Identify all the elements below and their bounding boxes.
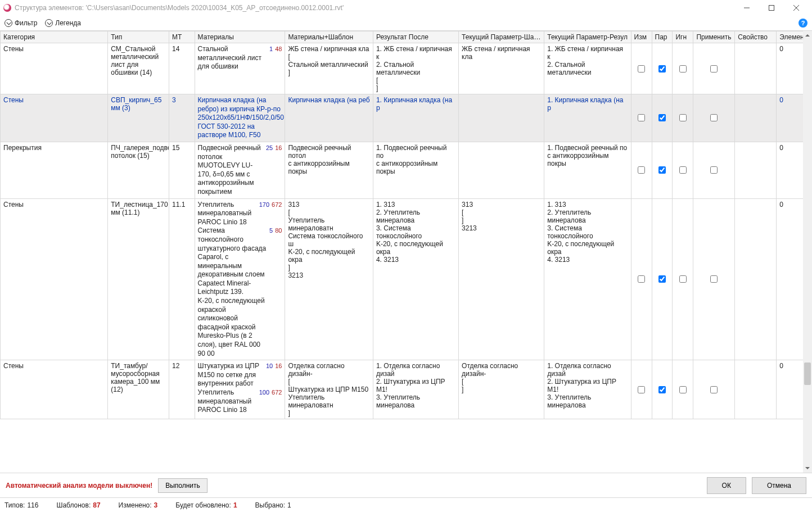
close-button[interactable]	[784, 0, 809, 16]
column-header[interactable]: Материалы+Шаблон	[285, 31, 373, 43]
mat-template-cell: Кирпичная кладка (на реб	[285, 94, 373, 142]
table-row[interactable]: СтеныСМ_Стальной металлический лист для …	[1, 43, 810, 94]
column-header[interactable]: Материалы	[195, 31, 285, 43]
ign-cell	[673, 198, 693, 360]
ign-checkbox[interactable]	[679, 166, 687, 174]
updated-value: 1	[233, 501, 237, 509]
par-checkbox[interactable]	[658, 386, 666, 393]
cur-template-cell: 313[]3213	[459, 198, 544, 360]
par-checkbox[interactable]	[658, 114, 666, 121]
mt-cell: 15	[169, 142, 195, 198]
column-header[interactable]: Свойство	[735, 31, 777, 43]
par-checkbox[interactable]	[658, 275, 666, 283]
izm-checkbox[interactable]	[638, 65, 645, 73]
column-header[interactable]: Категория	[1, 31, 108, 43]
ign-cell	[673, 142, 693, 198]
templates-value: 87	[93, 501, 100, 509]
category-cell: Перекрытия	[1, 142, 108, 198]
apply-cell	[693, 142, 735, 198]
cur-result-cell: 1. Кирпичная кладка (на р	[544, 94, 631, 142]
par-cell	[652, 360, 673, 419]
materials-cell: Кирпичная кладка (на ребро) из кирпича К…	[195, 94, 285, 142]
apply-checkbox[interactable]	[710, 65, 718, 73]
ok-button[interactable]: ОК	[707, 477, 746, 494]
izm-checkbox[interactable]	[638, 166, 645, 174]
izm-checkbox[interactable]	[638, 275, 645, 283]
cancel-button[interactable]: Отмена	[752, 477, 806, 494]
column-header[interactable]: Текущий Параметр-Шабл	[459, 31, 544, 43]
izm-cell	[631, 360, 652, 419]
minimize-button[interactable]	[734, 0, 759, 16]
apply-checkbox[interactable]	[710, 114, 718, 121]
materials-cell: Подвесной реечный потолок MUOTOLEVY LU-1…	[195, 142, 285, 198]
elements-table: КатегорияТипМТМатериалыМатериалы+ШаблонР…	[0, 31, 810, 419]
ign-cell	[673, 43, 693, 94]
ign-checkbox[interactable]	[679, 386, 687, 393]
execute-button[interactable]: Выполнить	[158, 478, 207, 493]
footer-bar: Автоматический анализ модели выключен! В…	[0, 473, 812, 497]
templates-label: Шаблонов:	[56, 501, 91, 509]
cur-result-cell: 1. ЖБ стена / кирпичная к2. Стальной мет…	[544, 43, 631, 94]
apply-checkbox[interactable]	[710, 275, 718, 283]
changed-label: Изменено:	[119, 501, 152, 509]
column-header[interactable]: Пар	[652, 31, 673, 43]
par-checkbox[interactable]	[658, 65, 666, 73]
result-after-cell: 1. Подвесной реечный пос антикоррозийным…	[373, 142, 458, 198]
status-bar: Типов: 116 Шаблонов: 87 Изменено: 3 Буде…	[0, 497, 812, 512]
ign-checkbox[interactable]	[679, 275, 687, 283]
column-header[interactable]: Тип	[108, 31, 169, 43]
table-row[interactable]: СтеныТИ_лестница_170 мм (11.1)11.1Утепли…	[1, 198, 810, 360]
scroll-thumb[interactable]	[804, 363, 811, 385]
titlebar: Структура элементов: 'C:\Users\asan\Docu…	[0, 0, 812, 16]
table-row[interactable]: ПерекрытияПЧ_галерея_подвесной потолок (…	[1, 142, 810, 198]
cur-template-cell: Отделка согласно дизайн-[]	[459, 360, 544, 419]
apply-cell	[693, 360, 735, 419]
filter-button[interactable]: Фильтр	[4, 19, 37, 27]
property-cell	[735, 198, 777, 360]
apply-cell	[693, 43, 735, 94]
apply-cell	[693, 198, 735, 360]
column-header[interactable]: Применить	[693, 31, 735, 43]
izm-checkbox[interactable]	[638, 386, 645, 393]
materials-cell: Стальной металлический лист для обшивки1…	[195, 43, 285, 94]
table-row[interactable]: СтеныТИ_тамбур/мусоросборная камера_100 …	[1, 360, 810, 419]
updated-label: Будет обновлено:	[175, 501, 231, 509]
cur-template-cell	[459, 94, 544, 142]
legend-button[interactable]: Легенда	[45, 19, 81, 27]
ign-checkbox[interactable]	[679, 65, 687, 73]
ign-cell	[673, 360, 693, 419]
maximize-button[interactable]	[759, 0, 784, 16]
column-header[interactable]: Изм	[631, 31, 652, 43]
selected-label: Выбрано:	[255, 501, 285, 509]
category-cell: Стены	[1, 360, 108, 419]
window-title: Структура элементов: 'C:\Users\asan\Docu…	[15, 4, 734, 12]
column-header[interactable]: Игн	[673, 31, 693, 43]
mat-template-cell: Отделка согласно дизайн-[Штукатурка из Ц…	[285, 360, 373, 419]
izm-cell	[631, 43, 652, 94]
help-icon[interactable]: ?	[799, 19, 808, 28]
column-header[interactable]: Текущий Параметр-Резул	[544, 31, 631, 43]
materials-cell: Штукатурка из ЦПР М150 по сетке для внут…	[195, 360, 285, 419]
types-label: Типов:	[4, 501, 25, 509]
scroll-up-icon[interactable]	[803, 31, 812, 40]
apply-checkbox[interactable]	[710, 166, 718, 174]
par-cell	[652, 43, 673, 94]
type-cell: ТИ_тамбур/мусоросборная камера_100 мм (1…	[108, 360, 169, 419]
types-value: 116	[27, 501, 38, 509]
column-header[interactable]: МТ	[169, 31, 195, 43]
result-after-cell: 1. Отделка согласно дизай2. Штукатурка и…	[373, 360, 458, 419]
category-cell: Стены	[1, 198, 108, 360]
vertical-scrollbar[interactable]	[803, 31, 812, 473]
izm-checkbox[interactable]	[638, 114, 645, 121]
ign-checkbox[interactable]	[679, 114, 687, 121]
category-cell: Стены	[1, 43, 108, 94]
property-cell	[735, 94, 777, 142]
scroll-down-icon[interactable]	[803, 464, 812, 473]
apply-checkbox[interactable]	[710, 386, 718, 393]
column-header[interactable]: Результат После	[373, 31, 458, 43]
type-cell: СВП_кирпич_65 мм (3)	[108, 94, 169, 142]
par-checkbox[interactable]	[658, 166, 666, 174]
table-row[interactable]: СтеныСВП_кирпич_65 мм (3)3Кирпичная клад…	[1, 94, 810, 142]
type-cell: ПЧ_галерея_подвесной потолок (15)	[108, 142, 169, 198]
mt-cell: 14	[169, 43, 195, 94]
